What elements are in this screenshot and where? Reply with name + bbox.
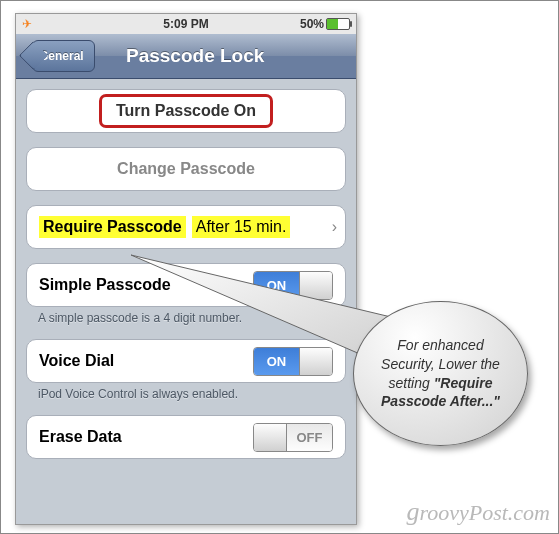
erase-data-cell[interactable]: Erase Data OFF (26, 415, 346, 459)
voice-dial-hint: iPod Voice Control is always enabled. (26, 383, 346, 401)
back-button[interactable]: General (32, 40, 95, 72)
callout-bubble: For enhanced Security, Lower the setting… (353, 301, 528, 446)
chevron-right-icon: › (332, 218, 337, 236)
annotation-callout: For enhanced Security, Lower the setting… (353, 301, 538, 446)
status-time: 5:09 PM (163, 17, 208, 31)
change-passcode-cell[interactable]: Change Passcode (26, 147, 346, 191)
change-passcode-label: Change Passcode (117, 160, 255, 178)
page-title: Passcode Lock (126, 45, 264, 67)
turn-passcode-on-cell[interactable]: Turn Passcode On (26, 89, 346, 133)
require-passcode-cell[interactable]: Require Passcode After 15 min. › (26, 205, 346, 249)
require-passcode-value: After 15 min. (192, 216, 291, 238)
battery-percent: 50% (300, 17, 324, 31)
back-button-label: General (39, 49, 84, 63)
voice-dial-label: Voice Dial (39, 352, 114, 370)
airplane-mode-icon: ✈ (22, 17, 32, 31)
highlight-red-box: Turn Passcode On (96, 91, 276, 131)
erase-data-label: Erase Data (39, 428, 122, 446)
watermark: groovyPost.com (406, 497, 550, 527)
erase-data-toggle[interactable]: OFF (253, 423, 333, 452)
require-passcode-label: Require Passcode (39, 216, 186, 238)
toggle-off-label: OFF (287, 424, 332, 451)
battery-icon (326, 18, 350, 30)
navigation-bar: General Passcode Lock (16, 34, 356, 79)
status-bar: ✈ 5:09 PM 50% (16, 14, 356, 34)
turn-passcode-on-label: Turn Passcode On (116, 102, 256, 120)
toggle-knob (254, 424, 287, 451)
